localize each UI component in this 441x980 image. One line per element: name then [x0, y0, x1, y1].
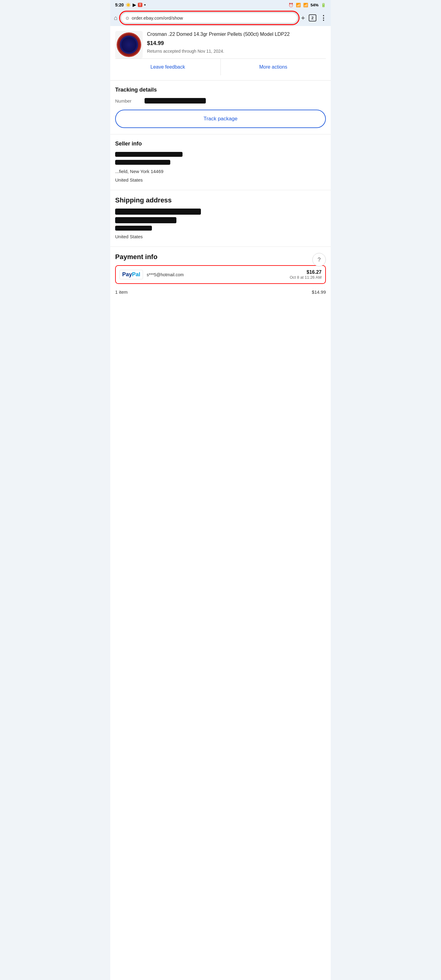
- more-actions-button[interactable]: More actions: [221, 59, 326, 75]
- shipping-title: Shipping address: [115, 196, 326, 204]
- product-thumbnail: PREMIER CROSMAN: [117, 32, 141, 57]
- tracking-row: Number: [115, 98, 326, 103]
- seller-city-state: ...field, New York 14469: [115, 168, 326, 175]
- payment-section: Payment info ? PayPal s***5@hotmail.com …: [110, 247, 331, 304]
- shipping-name-redacted: [115, 208, 201, 215]
- action-buttons: Leave feedback More actions: [115, 59, 326, 75]
- tracking-section: Tracking details Number Track package: [110, 81, 331, 134]
- seller-title: Seller info: [115, 140, 326, 147]
- paypal-pal-text: Pal: [132, 271, 140, 278]
- paypal-text: Pay: [122, 271, 132, 278]
- browser-actions: + 2 ⋮: [301, 14, 327, 22]
- items-label: 1 item: [115, 290, 128, 294]
- home-icon[interactable]: ⌂: [114, 14, 118, 21]
- svg-text:PREMIER: PREMIER: [124, 41, 134, 44]
- svg-point-2: [122, 38, 136, 51]
- shipping-zip-redacted: [115, 226, 152, 231]
- url-security-icon: ⊙: [126, 16, 129, 21]
- status-right: ⏰ 📶 📶 54% 🔋: [288, 3, 326, 7]
- tracking-title: Tracking details: [115, 87, 326, 93]
- temu-icon: T: [138, 3, 142, 7]
- order-summary-row: 1 item $14.99: [115, 286, 326, 298]
- product-price: $14.99: [147, 40, 326, 46]
- shipping-section: Shipping address United States: [110, 190, 331, 247]
- product-image: PREMIER CROSMAN: [115, 31, 143, 59]
- product-returns: Returns accepted through Nov 11, 2024.: [147, 48, 326, 54]
- payment-date: Oct 8 at 11:26 AM: [290, 275, 322, 280]
- payment-title: Payment info: [115, 253, 326, 261]
- url-bar[interactable]: ⊙ order.ebay.com/ord/show: [121, 12, 298, 24]
- status-left: 5:20 ☀️ ▶ T •: [115, 2, 146, 7]
- product-row: PREMIER CROSMAN Crosman .22 Domed 14.3gr…: [115, 31, 326, 59]
- status-bar: 5:20 ☀️ ▶ T • ⏰ 📶 📶 54% 🔋: [110, 0, 331, 10]
- payment-amount: $16.27: [290, 269, 322, 275]
- url-text: order.ebay.com/ord/show: [132, 15, 183, 21]
- svg-text:CROSMAN: CROSMAN: [124, 45, 134, 47]
- battery-icon: 🔋: [321, 3, 326, 7]
- product-title: Crosman .22 Domed 14.3gr Premier Pellets…: [147, 31, 326, 38]
- browser-bar: ⌂ ⊙ order.ebay.com/ord/show + 2 ⋮: [110, 10, 331, 26]
- leave-feedback-button[interactable]: Leave feedback: [115, 59, 221, 75]
- tracking-number-label: Number: [115, 98, 140, 103]
- tracking-number-redacted: [145, 98, 206, 103]
- new-tab-button[interactable]: +: [301, 14, 305, 22]
- shipping-address-redacted: [115, 217, 177, 223]
- status-time: 5:20: [115, 2, 124, 7]
- product-image-inner: PREMIER CROSMAN: [117, 32, 141, 57]
- paypal-logo: PayPal: [119, 270, 143, 279]
- payment-email: s***5@hotmail.com: [147, 272, 184, 277]
- seller-country: United States: [115, 177, 326, 184]
- sun-icon: ☀️: [126, 2, 131, 7]
- payment-left: PayPal s***5@hotmail.com: [119, 270, 184, 279]
- seller-name-redacted: [115, 152, 183, 157]
- dot-icon: •: [144, 2, 146, 7]
- seller-name2-redacted: [115, 160, 170, 165]
- wifi-icon: 📶: [296, 3, 301, 7]
- tab-count[interactable]: 2: [309, 14, 316, 21]
- payment-row: PayPal s***5@hotmail.com $16.27 Oct 8 at…: [115, 265, 326, 284]
- help-button[interactable]: ?: [312, 253, 326, 266]
- items-price: $14.99: [312, 290, 326, 294]
- seller-section: Seller info ...field, New York 14469 Uni…: [110, 134, 331, 190]
- svg-point-1: [120, 35, 138, 54]
- alarm-icon: ⏰: [288, 3, 293, 7]
- payment-right: $16.27 Oct 8 at 11:26 AM: [290, 269, 322, 280]
- shipping-country: United States: [115, 233, 326, 240]
- battery-text: 54%: [310, 3, 318, 7]
- track-package-button[interactable]: Track package: [115, 110, 326, 128]
- main-content: PREMIER CROSMAN Crosman .22 Domed 14.3gr…: [110, 26, 331, 980]
- product-info: Crosman .22 Domed 14.3gr Premier Pellets…: [147, 31, 326, 54]
- product-card: PREMIER CROSMAN Crosman .22 Domed 14.3gr…: [110, 26, 331, 81]
- browser-menu-button[interactable]: ⋮: [320, 14, 327, 22]
- signal-icon: 📶: [303, 3, 308, 7]
- youtube-icon: ▶: [133, 2, 136, 7]
